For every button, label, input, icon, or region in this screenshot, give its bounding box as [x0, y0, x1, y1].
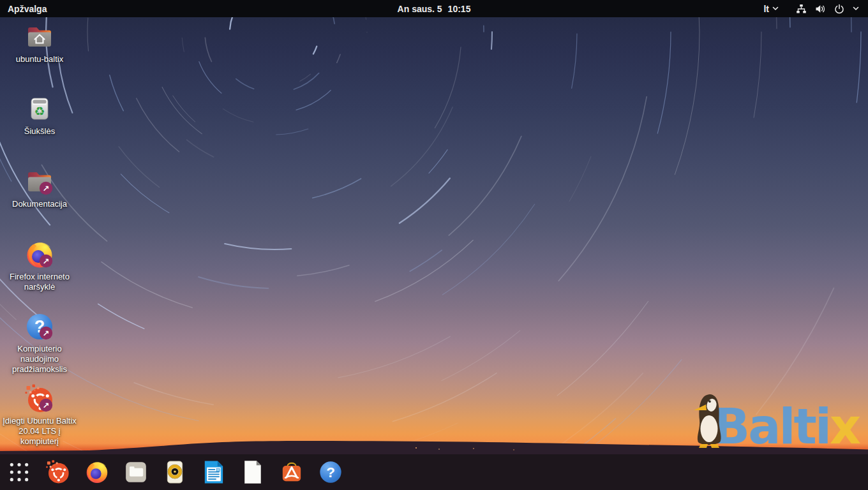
volume-high-icon[interactable] [815, 4, 826, 14]
dock-item-files[interactable] [123, 459, 149, 485]
folder-icon [24, 167, 55, 197]
dock-item-firefox[interactable] [84, 459, 110, 485]
dock-item-libreoffice[interactable] [240, 459, 266, 485]
chevron-down-icon [772, 6, 779, 11]
desktop-icon-label: Dokumentacija [12, 199, 67, 209]
home-folder-icon [24, 22, 55, 52]
firefox-icon [24, 239, 55, 270]
network-wired-icon[interactable] [796, 4, 807, 14]
dock-item-ubuntu-software[interactable] [279, 459, 304, 485]
desktop-icon-label: Šiukšlės [24, 126, 55, 137]
ubuntu-installer-icon [45, 459, 71, 485]
desktop-icon-label: Firefox interneto naršyklė [3, 272, 77, 292]
power-icon[interactable] [834, 4, 844, 14]
desktop-icon-documentation[interactable]: Dokumentacija [3, 167, 77, 209]
desktop-icon-help[interactable]: Kompiuterio naudojimo pradžiamokslis [3, 311, 77, 375]
clock-button[interactable]: An saus. 5 10:15 [398, 4, 471, 14]
clock-time: 10:15 [448, 4, 471, 14]
mountain-silhouette [0, 0, 868, 490]
dock [0, 454, 868, 490]
show-applications-icon [6, 459, 32, 485]
desktop-icon-install-ubuntu-baltix[interactable]: Įdiegti Ubuntu Baltix 20.04 LTS į kompiu… [3, 383, 77, 447]
activities-button[interactable]: Apžvalga [0, 0, 54, 17]
clock-date: An saus. 5 [398, 4, 442, 14]
dock-item-rhythmbox[interactable] [162, 459, 188, 485]
system-tray[interactable]: lt [763, 0, 868, 17]
help-icon [24, 311, 55, 342]
desktop-icon-label: Įdiegti Ubuntu Baltix 20.04 LTS į kompiu… [3, 416, 77, 447]
libreoffice-icon [240, 459, 266, 485]
libreoffice-writer-icon [201, 459, 227, 485]
keyboard-layout-label: lt [763, 4, 769, 14]
dock-item-help[interactable] [318, 459, 343, 485]
dock-item-ubuntu-installer[interactable] [45, 459, 71, 485]
trash-icon [24, 94, 55, 124]
show-applications-button[interactable] [6, 459, 32, 485]
keyboard-layout-indicator[interactable]: lt [763, 4, 779, 14]
desktop-icon-label: Kompiuterio naudojimo pradžiamokslis [3, 344, 77, 375]
dock-item-libreoffice-writer[interactable] [201, 459, 227, 485]
help-icon [318, 459, 343, 485]
ubuntu-software-icon [279, 459, 304, 485]
rhythmbox-icon [162, 459, 188, 485]
chevron-down-icon[interactable] [853, 6, 859, 11]
desktop-icon-firefox[interactable]: Firefox interneto naršyklė [3, 239, 77, 292]
desktop-icon-label: ubuntu-baltix [16, 54, 63, 64]
desktop-icon-home[interactable]: ubuntu-baltix [3, 22, 77, 64]
top-bar: Apžvalga An saus. 5 10:15 lt [0, 0, 868, 17]
ubuntu-installer-icon [24, 383, 55, 414]
desktop-wallpaper[interactable]: Baltix [0, 0, 868, 490]
desktop-icon-trash[interactable]: Šiukšlės [3, 94, 77, 137]
files-icon [123, 459, 149, 485]
firefox-icon [84, 459, 110, 485]
